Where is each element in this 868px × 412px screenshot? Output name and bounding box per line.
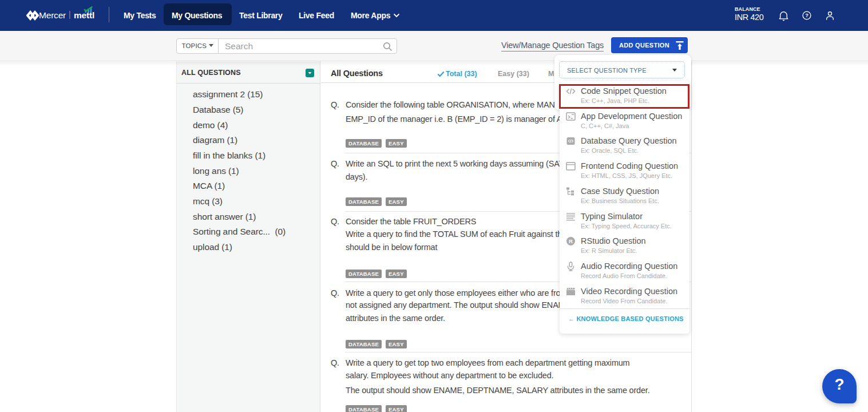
svg-text:R: R (569, 238, 573, 244)
svg-text:?: ? (805, 13, 808, 18)
